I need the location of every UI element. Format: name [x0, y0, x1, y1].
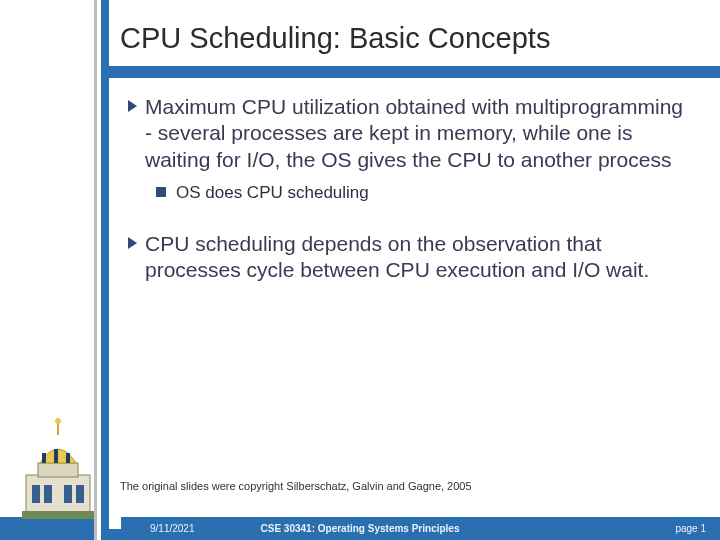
svg-rect-5	[38, 463, 78, 477]
svg-rect-11	[22, 511, 94, 519]
bullet-level1: Maximum CPU utilization obtained with mu…	[128, 94, 690, 173]
bullet-level1: CPU scheduling depends on the observatio…	[128, 231, 690, 284]
bullet-text: OS does CPU scheduling	[176, 183, 369, 203]
copyright-credit: The original slides were copyright Silbe…	[120, 480, 472, 492]
svg-rect-4	[76, 485, 84, 503]
svg-rect-7	[54, 449, 58, 463]
university-dome-logo	[18, 405, 98, 520]
slide: CPU Scheduling: Basic Concepts Maximum C…	[0, 0, 720, 540]
svg-rect-3	[64, 485, 72, 503]
footer-page: page 1	[675, 523, 706, 534]
triangle-bullet-icon	[128, 100, 137, 112]
vertical-rule-blue	[101, 0, 109, 540]
footer-bar: 9/11/2021 CSE 30341: Operating Systems P…	[0, 517, 720, 540]
square-bullet-icon	[156, 187, 166, 197]
bullet-text: CPU scheduling depends on the observatio…	[145, 231, 690, 284]
slide-title: CPU Scheduling: Basic Concepts	[120, 22, 550, 55]
svg-rect-1	[32, 485, 40, 503]
vertical-rule-blue	[101, 517, 109, 540]
slide-body: Maximum CPU utilization obtained with mu…	[128, 94, 690, 293]
svg-rect-8	[66, 453, 70, 463]
svg-point-10	[55, 418, 61, 424]
svg-rect-6	[42, 453, 46, 463]
svg-rect-2	[44, 485, 52, 503]
triangle-bullet-icon	[128, 237, 137, 249]
bullet-level2: OS does CPU scheduling	[156, 183, 690, 203]
bullet-text: Maximum CPU utilization obtained with mu…	[145, 94, 690, 173]
